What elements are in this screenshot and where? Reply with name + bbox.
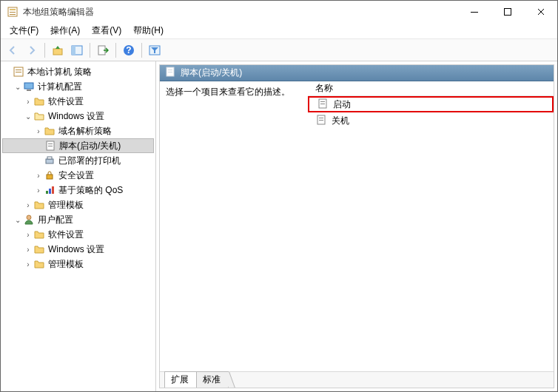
close-button[interactable] xyxy=(524,1,557,23)
tree-label: 本地计算机 策略 xyxy=(27,66,92,78)
tree-software-settings[interactable]: › 软件设置 xyxy=(2,94,154,109)
tree-dns-policy[interactable]: › 域名解析策略 xyxy=(2,124,154,138)
list-row-shutdown[interactable]: 关机 xyxy=(308,112,554,129)
svg-rect-24 xyxy=(46,191,48,194)
toolbar-separator xyxy=(90,43,90,58)
list-row-startup[interactable]: 启动 xyxy=(308,96,554,112)
folder-icon xyxy=(33,243,45,255)
svg-rect-3 xyxy=(10,14,16,15)
show-hide-tree-button[interactable] xyxy=(68,41,86,59)
svg-rect-36 xyxy=(319,120,323,121)
tree-panel[interactable]: ▶ 本地计算机 策略 ⌄ 计算机配置 › 软件设置 ⌄ Windows 设置 ›… xyxy=(1,61,156,391)
column-header-name[interactable]: 名称 xyxy=(308,81,554,96)
script-icon xyxy=(164,66,176,80)
script-icon xyxy=(315,114,327,128)
detail-header: 脚本(启动/关机) xyxy=(160,65,554,81)
twisty-collapsed-icon[interactable]: › xyxy=(23,246,33,254)
svg-rect-5 xyxy=(504,9,511,16)
twisty-icon: › xyxy=(33,157,44,165)
lock-icon xyxy=(44,169,56,181)
detail-title: 脚本(启动/关机) xyxy=(181,67,242,79)
help-button[interactable]: ? xyxy=(120,41,138,59)
twisty-expanded-icon[interactable]: ⌄ xyxy=(23,112,33,121)
menubar: 文件(F) 操作(A) 查看(V) 帮助(H) xyxy=(1,23,557,39)
tree-label: 脚本(启动/关机) xyxy=(59,140,121,152)
tree-windows-settings-user[interactable]: › Windows 设置 xyxy=(2,242,154,257)
printer-icon xyxy=(44,155,56,166)
list-item-label: 启动 xyxy=(333,98,351,111)
menu-view[interactable]: 查看(V) xyxy=(86,23,127,38)
tree-label: 安全设置 xyxy=(58,169,94,182)
svg-rect-29 xyxy=(168,70,172,70)
detail-body: 选择一个项目来查看它的描述。 名称 启动 关机 xyxy=(160,81,554,371)
up-button[interactable] xyxy=(49,41,67,59)
tree-security[interactable]: › 安全设置 xyxy=(2,168,154,183)
detail-panel: 脚本(启动/关机) 选择一个项目来查看它的描述。 名称 启动 关机 xyxy=(156,61,557,391)
tree-root[interactable]: ▶ 本地计算机 策略 xyxy=(2,64,154,79)
export-button[interactable] xyxy=(94,41,112,59)
menu-help[interactable]: 帮助(H) xyxy=(127,23,169,38)
tree-qos[interactable]: › 基于策略的 QoS xyxy=(2,183,154,197)
policy-icon xyxy=(13,66,24,78)
tabs-row: 扩展 标准 xyxy=(160,371,554,388)
twisty-icon: › xyxy=(34,142,44,150)
filter-button[interactable] xyxy=(146,41,164,59)
svg-rect-14 xyxy=(16,70,21,70)
twisty-expanded-icon[interactable]: ⌄ xyxy=(13,83,23,91)
minimize-button[interactable] xyxy=(457,1,491,23)
twisty-collapsed-icon[interactable]: › xyxy=(33,127,44,135)
svg-rect-26 xyxy=(52,186,54,194)
tree-label: 域名解析策略 xyxy=(58,125,112,138)
description-column: 选择一个项目来查看它的描述。 xyxy=(160,81,308,371)
tree-printers[interactable]: › 已部署的打印机 xyxy=(2,153,154,168)
tree-windows-settings[interactable]: ⌄ Windows 设置 xyxy=(2,109,154,124)
menu-action[interactable]: 操作(A) xyxy=(44,23,86,38)
svg-rect-2 xyxy=(10,12,16,13)
folder-icon xyxy=(33,229,45,240)
user-icon xyxy=(23,214,35,226)
twisty-collapsed-icon[interactable]: › xyxy=(33,186,44,195)
svg-rect-33 xyxy=(320,104,325,104)
app-icon xyxy=(7,6,19,18)
tree-admin-templates[interactable]: › 管理模板 xyxy=(2,197,154,212)
bars-icon xyxy=(44,184,56,196)
toolbar-separator xyxy=(115,43,116,58)
maximize-button[interactable] xyxy=(491,1,524,23)
twisty-collapsed-icon[interactable]: › xyxy=(23,231,33,239)
svg-rect-16 xyxy=(24,83,33,89)
svg-rect-6 xyxy=(53,49,62,55)
tree-label: Windows 设置 xyxy=(48,110,104,123)
svg-rect-21 xyxy=(46,159,53,163)
svg-rect-4 xyxy=(471,12,478,13)
list-item-label: 关机 xyxy=(332,115,349,127)
twisty-collapsed-icon[interactable]: › xyxy=(33,172,44,180)
toolbar: ? xyxy=(1,39,557,61)
back-button xyxy=(4,41,21,59)
svg-rect-30 xyxy=(168,72,172,72)
tree-computer-config[interactable]: ⌄ 计算机配置 xyxy=(2,79,154,94)
tree-label: 管理模板 xyxy=(48,199,84,212)
twisty-expanded-icon[interactable]: ⌄ xyxy=(13,216,23,224)
twisty-icon: ▶ xyxy=(2,68,13,76)
tree-user-config[interactable]: ⌄ 用户配置 xyxy=(2,212,154,227)
computer-icon xyxy=(23,81,35,92)
twisty-collapsed-icon[interactable]: › xyxy=(23,98,33,106)
twisty-collapsed-icon[interactable]: › xyxy=(23,201,33,209)
svg-rect-35 xyxy=(319,118,323,118)
description-text: 选择一个项目来查看它的描述。 xyxy=(166,87,290,97)
tree-software-settings-user[interactable]: › 软件设置 xyxy=(2,227,154,242)
svg-point-27 xyxy=(27,215,31,220)
tree-admin-templates-user[interactable]: › 管理模板 xyxy=(2,257,154,271)
tree-label: 软件设置 xyxy=(48,229,84,241)
tree-label: 已部署的打印机 xyxy=(58,155,121,167)
tree-scripts[interactable]: › 脚本(启动/关机) xyxy=(2,138,154,153)
menu-file[interactable]: 文件(F) xyxy=(4,23,44,38)
forward-button xyxy=(23,41,41,59)
tab-extended[interactable]: 扩展 xyxy=(164,371,197,388)
folder-open-icon xyxy=(33,110,45,122)
svg-rect-22 xyxy=(47,157,52,159)
folder-icon xyxy=(33,95,45,107)
twisty-collapsed-icon[interactable]: › xyxy=(23,260,33,268)
tab-standard[interactable]: 标准 xyxy=(196,371,229,388)
tree-label: 计算机配置 xyxy=(38,81,82,93)
